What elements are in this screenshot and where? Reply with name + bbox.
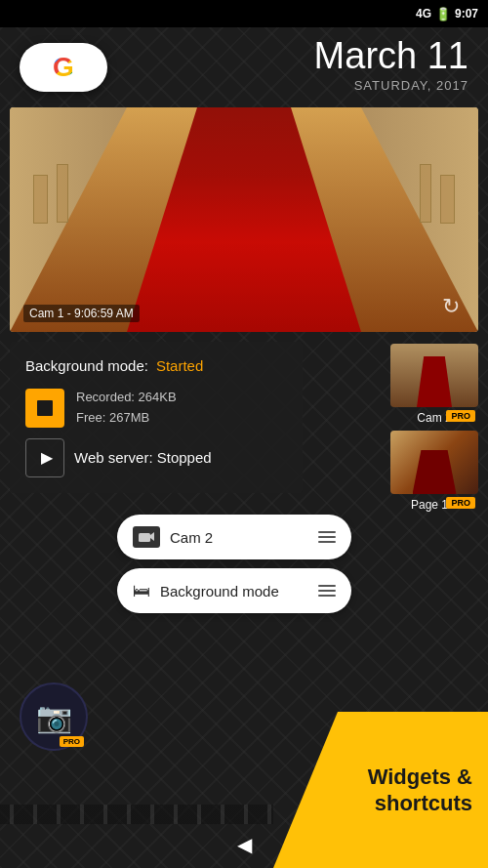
date-text: March 11 <box>314 37 468 74</box>
play-icon: ▶ <box>41 448 53 467</box>
stop-button[interactable] <box>25 389 64 428</box>
dropdown-line-3 <box>318 541 336 543</box>
dropdown-line-2 <box>318 536 336 538</box>
camera-svg <box>138 530 155 544</box>
bg-mode-label: Background mode: <box>25 357 148 374</box>
refresh-button[interactable]: ↻ <box>433 289 468 324</box>
stop-icon <box>37 400 53 416</box>
day-year-text: SATURDAY, 2017 <box>314 78 468 93</box>
cam2-dropdown-icon <box>133 526 160 548</box>
page-pro-badge: PRO <box>446 497 475 509</box>
signal-strength: 4G <box>416 7 431 21</box>
widgets-line2: shortcuts <box>375 791 472 815</box>
main-panel: Background mode: Started Recorded: 264KB… <box>10 342 303 493</box>
thumbnail-container: PRO Cam 2 PRO Page 1/2 <box>390 344 478 512</box>
bg-mode-row: Background mode: Started <box>25 357 287 374</box>
cam2-corridor <box>390 344 478 407</box>
bed-icon: 🛏 <box>133 581 150 601</box>
bg-dropdown-line-3 <box>318 595 336 597</box>
camera-feed[interactable]: Cam 1 - 9:06:59 AM ↻ <box>10 107 478 332</box>
page-thumbnail[interactable]: PRO Page 1/2 <box>390 431 478 512</box>
bg-dropdown-lines <box>318 585 336 597</box>
svg-rect-0 <box>139 533 150 542</box>
widgets-text: Widgets & shortcuts <box>368 764 472 817</box>
cam2-thumbnail[interactable]: PRO Cam 2 <box>390 344 478 425</box>
record-info: Recorded: 264KB Free: 267MB <box>76 388 177 429</box>
back-button[interactable]: ◀ <box>237 833 252 856</box>
page-thumb-corridor <box>390 431 478 494</box>
back-arrow-icon: ◀ <box>237 834 252 855</box>
dropdown-line-1 <box>318 531 336 533</box>
clock: 9:07 <box>455 7 478 21</box>
wall-frame-left-2 <box>57 164 68 223</box>
bg-dropdown-line-1 <box>318 585 336 587</box>
widgets-line1: Widgets & <box>368 765 472 789</box>
play-button[interactable]: ▶ <box>25 438 64 477</box>
web-server-label: Web server: Stopped <box>74 449 212 466</box>
bottom-cam-widget: 📷 PRO <box>20 682 88 751</box>
cam-circle-icon: 📷 <box>36 700 72 734</box>
cam2-dropdown-lines <box>318 531 336 543</box>
record-row: Recorded: 264KB Free: 267MB <box>25 388 287 429</box>
cam2-thumb-image <box>390 344 478 407</box>
cam2-pro-badge: PRO <box>446 410 475 422</box>
google-g-logo: G <box>53 52 74 83</box>
wall-frame-right-2 <box>420 164 431 223</box>
bg-mode-dropdown[interactable]: 🛏 Background mode <box>117 568 351 613</box>
bg-dropdown-line-2 <box>318 590 336 592</box>
google-widget[interactable]: G <box>20 43 107 92</box>
wall-frame-left <box>33 175 48 224</box>
cam2-dropdown-label: Cam 2 <box>170 529 308 546</box>
bg-dropdown-label: Background mode <box>160 583 308 599</box>
corridor-view <box>10 107 478 332</box>
film-strip <box>0 805 273 824</box>
battery-icon: 🔋 <box>435 7 451 21</box>
cam-circle-pro-badge: PRO <box>60 736 84 747</box>
cam-circle-widget[interactable]: 📷 PRO <box>20 682 88 751</box>
date-display: March 11 SATURDAY, 2017 <box>314 37 468 93</box>
refresh-icon: ↻ <box>442 294 460 319</box>
recorded-label: Recorded: 264KB <box>76 388 177 408</box>
cam-timestamp: Cam 1 - 9:06:59 AM <box>23 305 140 322</box>
svg-marker-1 <box>150 532 154 541</box>
cam2-carpet <box>417 356 452 407</box>
bg-mode-status: Started <box>156 357 203 374</box>
wall-frame-right <box>440 175 455 224</box>
page-carpet <box>413 450 457 495</box>
status-icons: 4G 🔋 9:07 <box>416 7 478 21</box>
free-label: Free: 267MB <box>76 408 177 429</box>
web-server-row: ▶ Web server: Stopped <box>25 438 287 477</box>
status-bar: 4G 🔋 9:07 <box>0 0 488 27</box>
page-thumb-image <box>390 431 478 494</box>
cam2-dropdown[interactable]: Cam 2 <box>117 515 351 559</box>
